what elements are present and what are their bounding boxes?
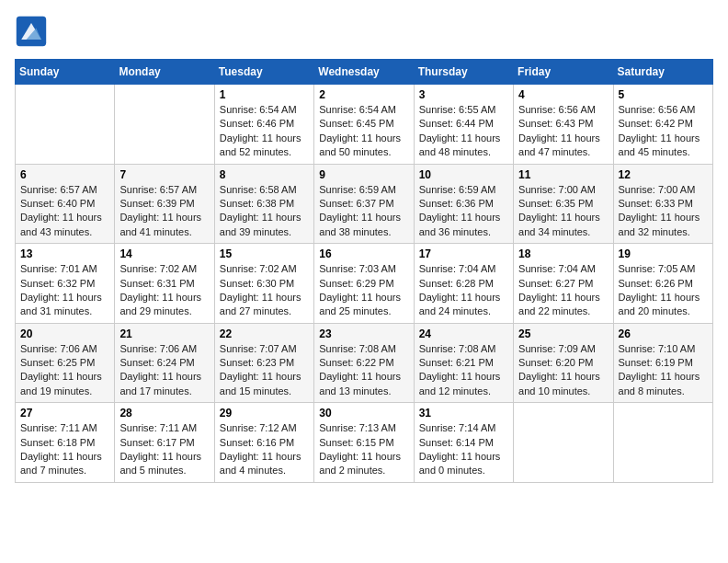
day-number: 1 bbox=[220, 88, 309, 101]
day-info: Sunrise: 6:57 AMSunset: 6:39 PMDaylight:… bbox=[119, 184, 201, 237]
day-info: Sunrise: 7:05 AMSunset: 6:26 PMDaylight:… bbox=[619, 263, 700, 316]
day-number: 25 bbox=[518, 327, 608, 340]
day-number: 15 bbox=[220, 247, 309, 260]
day-number: 3 bbox=[419, 88, 508, 101]
calendar-cell: 30 Sunrise: 7:13 AMSunset: 6:15 PMDaylig… bbox=[314, 403, 414, 483]
calendar-cell: 1 Sunrise: 6:54 AMSunset: 6:46 PMDayligh… bbox=[214, 85, 313, 165]
day-info: Sunrise: 7:07 AMSunset: 6:23 PMDaylight:… bbox=[220, 343, 301, 396]
calendar-cell: 9 Sunrise: 6:59 AMSunset: 6:37 PMDayligh… bbox=[314, 164, 414, 244]
day-info: Sunrise: 6:57 AMSunset: 6:40 PMDaylight:… bbox=[20, 184, 102, 237]
day-info: Sunrise: 7:10 AMSunset: 6:19 PMDaylight:… bbox=[619, 343, 700, 396]
day-info: Sunrise: 7:08 AMSunset: 6:22 PMDaylight:… bbox=[319, 343, 401, 396]
day-number: 12 bbox=[619, 168, 708, 181]
day-info: Sunrise: 7:00 AMSunset: 6:35 PMDaylight:… bbox=[518, 184, 600, 237]
day-number: 17 bbox=[419, 247, 508, 260]
day-number: 16 bbox=[319, 247, 408, 260]
day-info: Sunrise: 7:14 AMSunset: 6:14 PMDaylight:… bbox=[419, 422, 501, 476]
day-info: Sunrise: 7:09 AMSunset: 6:20 PMDaylight:… bbox=[518, 343, 600, 396]
day-number: 27 bbox=[20, 407, 109, 419]
day-number: 20 bbox=[20, 327, 109, 340]
day-number: 13 bbox=[20, 247, 109, 260]
day-info: Sunrise: 7:02 AMSunset: 6:30 PMDaylight:… bbox=[220, 263, 301, 316]
day-number: 19 bbox=[619, 247, 708, 260]
logo bbox=[15, 15, 51, 48]
weekday-header-wednesday: Wednesday bbox=[314, 60, 414, 85]
weekday-header-thursday: Thursday bbox=[414, 60, 513, 85]
week-row-2: 6 Sunrise: 6:57 AMSunset: 6:40 PMDayligh… bbox=[16, 164, 713, 244]
calendar-cell: 6 Sunrise: 6:57 AMSunset: 6:40 PMDayligh… bbox=[16, 164, 115, 244]
day-info: Sunrise: 7:08 AMSunset: 6:21 PMDaylight:… bbox=[419, 343, 501, 396]
calendar-cell: 8 Sunrise: 6:58 AMSunset: 6:38 PMDayligh… bbox=[214, 164, 313, 244]
day-number: 6 bbox=[20, 168, 109, 181]
day-number: 9 bbox=[319, 168, 408, 181]
calendar-cell: 22 Sunrise: 7:07 AMSunset: 6:23 PMDaylig… bbox=[214, 323, 313, 403]
calendar-cell: 27 Sunrise: 7:11 AMSunset: 6:18 PMDaylig… bbox=[16, 403, 115, 483]
calendar-cell: 15 Sunrise: 7:02 AMSunset: 6:30 PMDaylig… bbox=[214, 244, 313, 324]
day-info: Sunrise: 7:06 AMSunset: 6:25 PMDaylight:… bbox=[20, 343, 102, 396]
day-info: Sunrise: 7:01 AMSunset: 6:32 PMDaylight:… bbox=[20, 263, 102, 316]
day-info: Sunrise: 7:13 AMSunset: 6:15 PMDaylight:… bbox=[319, 422, 401, 476]
weekday-header-saturday: Saturday bbox=[613, 60, 712, 85]
day-number: 14 bbox=[119, 247, 209, 260]
calendar-cell bbox=[514, 403, 613, 483]
day-info: Sunrise: 6:59 AMSunset: 6:36 PMDaylight:… bbox=[419, 184, 501, 237]
calendar-cell bbox=[115, 85, 214, 165]
calendar-cell bbox=[16, 85, 115, 165]
day-info: Sunrise: 7:04 AMSunset: 6:27 PMDaylight:… bbox=[518, 263, 600, 316]
calendar-cell: 11 Sunrise: 7:00 AMSunset: 6:35 PMDaylig… bbox=[514, 164, 613, 244]
weekday-header-friday: Friday bbox=[514, 60, 613, 85]
weekday-header-tuesday: Tuesday bbox=[214, 60, 313, 85]
day-number: 2 bbox=[319, 88, 408, 101]
day-info: Sunrise: 6:56 AMSunset: 6:42 PMDaylight:… bbox=[619, 104, 700, 157]
day-info: Sunrise: 7:11 AMSunset: 6:17 PMDaylight:… bbox=[119, 422, 201, 476]
day-info: Sunrise: 6:59 AMSunset: 6:37 PMDaylight:… bbox=[319, 184, 401, 237]
calendar-cell: 4 Sunrise: 6:56 AMSunset: 6:43 PMDayligh… bbox=[514, 85, 613, 165]
day-number: 28 bbox=[119, 407, 209, 419]
day-number: 21 bbox=[119, 327, 209, 340]
day-number: 31 bbox=[419, 407, 508, 419]
page-header bbox=[15, 15, 713, 48]
calendar-cell: 21 Sunrise: 7:06 AMSunset: 6:24 PMDaylig… bbox=[115, 323, 214, 403]
calendar-cell: 10 Sunrise: 6:59 AMSunset: 6:36 PMDaylig… bbox=[414, 164, 513, 244]
calendar-cell: 28 Sunrise: 7:11 AMSunset: 6:17 PMDaylig… bbox=[115, 403, 214, 483]
weekday-header-monday: Monday bbox=[115, 60, 214, 85]
calendar-cell: 5 Sunrise: 6:56 AMSunset: 6:42 PMDayligh… bbox=[613, 85, 712, 165]
day-info: Sunrise: 7:12 AMSunset: 6:16 PMDaylight:… bbox=[220, 422, 301, 476]
day-number: 4 bbox=[518, 88, 608, 101]
weekday-header-sunday: Sunday bbox=[16, 60, 115, 85]
day-info: Sunrise: 7:00 AMSunset: 6:33 PMDaylight:… bbox=[619, 184, 700, 237]
day-info: Sunrise: 6:58 AMSunset: 6:38 PMDaylight:… bbox=[220, 184, 301, 237]
calendar-cell: 7 Sunrise: 6:57 AMSunset: 6:39 PMDayligh… bbox=[115, 164, 214, 244]
week-row-5: 27 Sunrise: 7:11 AMSunset: 6:18 PMDaylig… bbox=[16, 403, 713, 483]
logo-icon bbox=[15, 15, 48, 48]
week-row-3: 13 Sunrise: 7:01 AMSunset: 6:32 PMDaylig… bbox=[16, 244, 713, 324]
day-number: 11 bbox=[518, 168, 608, 181]
calendar-cell: 18 Sunrise: 7:04 AMSunset: 6:27 PMDaylig… bbox=[514, 244, 613, 324]
day-number: 24 bbox=[419, 327, 508, 340]
calendar-cell: 13 Sunrise: 7:01 AMSunset: 6:32 PMDaylig… bbox=[16, 244, 115, 324]
day-number: 23 bbox=[319, 327, 408, 340]
day-number: 26 bbox=[619, 327, 708, 340]
day-number: 5 bbox=[619, 88, 708, 101]
calendar-cell: 19 Sunrise: 7:05 AMSunset: 6:26 PMDaylig… bbox=[613, 244, 712, 324]
calendar-cell: 16 Sunrise: 7:03 AMSunset: 6:29 PMDaylig… bbox=[314, 244, 414, 324]
calendar-cell: 29 Sunrise: 7:12 AMSunset: 6:16 PMDaylig… bbox=[214, 403, 313, 483]
calendar-cell bbox=[613, 403, 712, 483]
calendar: SundayMondayTuesdayWednesdayThursdayFrid… bbox=[15, 59, 713, 483]
calendar-cell: 12 Sunrise: 7:00 AMSunset: 6:33 PMDaylig… bbox=[613, 164, 712, 244]
calendar-cell: 2 Sunrise: 6:54 AMSunset: 6:45 PMDayligh… bbox=[314, 85, 414, 165]
day-info: Sunrise: 7:04 AMSunset: 6:28 PMDaylight:… bbox=[419, 263, 501, 316]
day-number: 30 bbox=[319, 407, 408, 419]
day-number: 8 bbox=[220, 168, 309, 181]
calendar-cell: 24 Sunrise: 7:08 AMSunset: 6:21 PMDaylig… bbox=[414, 323, 513, 403]
calendar-cell: 17 Sunrise: 7:04 AMSunset: 6:28 PMDaylig… bbox=[414, 244, 513, 324]
day-info: Sunrise: 7:03 AMSunset: 6:29 PMDaylight:… bbox=[319, 263, 401, 316]
day-info: Sunrise: 6:54 AMSunset: 6:46 PMDaylight:… bbox=[220, 104, 301, 157]
day-info: Sunrise: 6:55 AMSunset: 6:44 PMDaylight:… bbox=[419, 104, 501, 157]
day-number: 10 bbox=[419, 168, 508, 181]
week-row-4: 20 Sunrise: 7:06 AMSunset: 6:25 PMDaylig… bbox=[16, 323, 713, 403]
day-info: Sunrise: 7:11 AMSunset: 6:18 PMDaylight:… bbox=[20, 422, 102, 476]
calendar-cell: 23 Sunrise: 7:08 AMSunset: 6:22 PMDaylig… bbox=[314, 323, 414, 403]
day-info: Sunrise: 7:06 AMSunset: 6:24 PMDaylight:… bbox=[119, 343, 201, 396]
calendar-cell: 14 Sunrise: 7:02 AMSunset: 6:31 PMDaylig… bbox=[115, 244, 214, 324]
